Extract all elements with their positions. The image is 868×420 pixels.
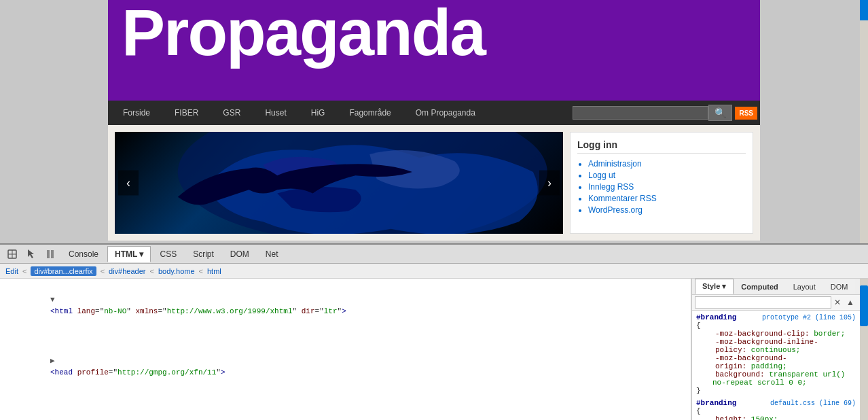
nav-rss-button[interactable]: RSS [735,107,757,120]
devtools-tab-css[interactable]: CSS [152,246,184,262]
site-title: Propaganda [122,0,485,69]
slider-next-button[interactable]: › [539,171,560,196]
nav-forside[interactable]: Forside [111,101,162,125]
html-line-3: ▶ <body class="home blog logged-in layou… [0,391,691,420]
sidebar-link-admin[interactable]: Administrasjon [588,159,746,169]
site-header: Propaganda [108,0,760,101]
devtools-panel: Console HTML ▾ CSS Script DOM Net Edit <… [0,243,868,420]
nav-fiber[interactable]: FIBER [162,101,211,125]
right-panel-tabs: Style ▾ Computed Layout DOM [692,279,860,295]
devtools-main: ▼ <html lang="nb-NO" xmlns="http://www.w… [0,279,868,420]
bc-html[interactable]: html [207,267,221,275]
content-area: ‹ › Logg inn Administrasjon Logg ut Innl… [108,125,760,241]
earth-svg [135,132,563,234]
slider-prev-button[interactable]: ‹ [118,171,139,196]
devtools-breadcrumb: Edit < div#bran...clearfix < div#header … [0,264,868,279]
nav-gsr[interactable]: GSR [211,101,253,125]
devtools-outer-scrollbar-thumb[interactable] [860,285,868,326]
right-tab-style[interactable]: Style ▾ [695,279,734,294]
bc-header[interactable]: div#header [109,267,145,275]
right-search-bar: ✕ ▲ [692,295,860,311]
website-preview: Propaganda Forside FIBER GSR Huset HiG F… [0,0,868,245]
css-rule-1-selector: #branding [696,313,736,321]
nav-search-input[interactable] [573,106,708,120]
slider-container: ‹ › [115,132,563,234]
login-sidebar: Logg inn Administrasjon Logg ut Innlegg … [570,132,753,234]
devtools-tab-dom[interactable]: DOM [223,246,257,262]
devtools-outer-scrollbar[interactable] [860,279,868,420]
devtools-tab-net[interactable]: Net [258,246,286,262]
bc-branding[interactable]: div#bran...clearfix [31,266,96,276]
right-search-input[interactable] [695,296,831,309]
devtools-tab-html[interactable]: HTML ▾ [107,246,151,262]
pointer-icon[interactable] [23,247,39,261]
sidebar-link-wordpress[interactable]: WordPress.org [588,205,746,215]
right-tab-dom[interactable]: DOM [823,279,856,294]
slider-image [115,132,563,234]
css-rule-2-selector: #branding [696,399,736,407]
sidebar-links: Administrasjon Logg ut Innlegg RSS Komme… [577,159,746,215]
right-tab-computed[interactable]: Computed [734,279,785,294]
nav-search: 🔍 RSS [573,105,757,121]
nav-fagomrade[interactable]: Fagområde [337,101,403,125]
nav-bar: Forside FIBER GSR Huset HiG Fagområde Om… [108,101,760,125]
css-rules-panel: #branding prototype #2 (line 105) { -moz… [692,311,860,420]
pause-icon[interactable] [42,247,58,261]
devtools-tab-script[interactable]: Script [185,246,221,262]
sidebar-title: Logg inn [577,139,746,154]
svg-rect-6 [51,250,54,258]
nav-hig[interactable]: HiG [299,101,338,125]
nav-om[interactable]: Om Propaganda [403,101,488,125]
devtools-tab-console[interactable]: Console [61,246,106,262]
nav-items: Forside FIBER GSR Huset HiG Fagområde Om… [111,101,573,125]
bc-edit[interactable]: Edit [5,267,18,275]
css-rule-2-file[interactable]: default.css (line 69) [770,400,856,407]
right-tab-layout[interactable]: Layout [786,279,823,294]
right-panel: Style ▾ Computed Layout DOM ✕ ▲ # [691,279,860,420]
sidebar-link-comments-rss[interactable]: Kommentarer RSS [588,194,746,203]
website-scrollbar[interactable] [860,0,868,245]
nav-huset[interactable]: Huset [253,101,298,125]
sidebar-link-rss[interactable]: Innlegg RSS [588,182,746,192]
inspect-element-icon[interactable] [4,247,20,261]
devtools-toolbar: Console HTML ▾ CSS Script DOM Net [0,245,868,264]
nav-search-button[interactable]: 🔍 [708,105,732,121]
css-rule-2: #branding default.css (line 69) { height… [696,399,856,420]
website-scrollbar-thumb[interactable] [860,0,868,20]
css-rule-1: #branding prototype #2 (line 105) { -moz… [696,313,856,395]
right-search-close[interactable]: ✕ [831,297,844,308]
html-line-1: ▼ <html lang="nb-NO" xmlns="http://www.w… [0,281,691,330]
css-rule-1-file[interactable]: prototype #2 (line 105) [762,314,856,321]
html-line-2: ▶ <head profile="http://gmpg.org/xfn/11"… [0,330,691,391]
right-search-prev[interactable]: ▲ [844,297,857,308]
sidebar-link-logout[interactable]: Logg ut [588,171,746,180]
svg-marker-4 [28,249,34,258]
bc-body[interactable]: body.home [158,267,195,275]
html-panel[interactable]: ▼ <html lang="nb-NO" xmlns="http://www.w… [0,279,691,420]
svg-rect-5 [47,250,50,258]
